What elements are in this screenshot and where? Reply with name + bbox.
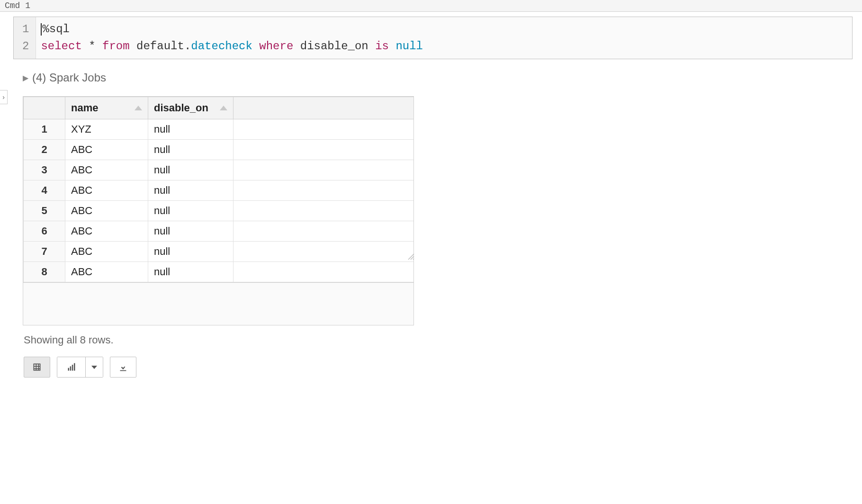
cell-label: Cmd 1 xyxy=(0,0,862,12)
sql-null: null xyxy=(395,40,423,53)
column-header-name[interactable]: name xyxy=(65,97,148,119)
cell-name: ABC xyxy=(65,160,148,180)
code-line-1: %sql xyxy=(41,21,847,38)
row-number-cell: 1 xyxy=(24,119,65,140)
sql-star: * xyxy=(82,40,102,53)
cell-output: ▶ (4) Spark Jobs name disable_on xyxy=(23,71,853,378)
resize-handle[interactable] xyxy=(407,253,415,263)
column-header-empty xyxy=(233,97,414,119)
chevron-right-icon: › xyxy=(2,93,5,101)
cell-disable-on: null xyxy=(148,119,233,140)
sql-table: datecheck xyxy=(191,40,252,53)
table-view-button[interactable] xyxy=(24,357,50,378)
table-icon xyxy=(32,362,42,372)
status-text: Showing all 8 rows. xyxy=(24,334,114,346)
magic-command: %sql xyxy=(42,23,70,36)
cell-name: ABC xyxy=(65,180,148,201)
sql-column: disable_on xyxy=(293,40,375,53)
svg-rect-1 xyxy=(70,366,71,370)
chart-view-button-group xyxy=(57,357,103,378)
table-row[interactable]: 1XYZnull xyxy=(24,119,414,140)
sql-keyword: from xyxy=(102,40,130,53)
sort-asc-icon xyxy=(135,106,142,110)
cell-disable-on: null xyxy=(148,140,233,160)
spark-jobs-toggle[interactable]: ▶ (4) Spark Jobs xyxy=(23,71,853,84)
column-header-disable-on[interactable]: disable_on xyxy=(148,97,233,119)
cell-name: ABC xyxy=(65,242,148,262)
cell-empty xyxy=(233,262,414,282)
cell-empty xyxy=(233,221,414,242)
svg-line-6 xyxy=(413,259,414,260)
row-number-cell: 3 xyxy=(24,160,65,180)
sql-dot: . xyxy=(184,40,191,53)
row-number-cell: 2 xyxy=(24,140,65,160)
notebook-cell: › 1 2 %sql select * from default.dateche… xyxy=(4,17,862,378)
row-number-cell: 5 xyxy=(24,201,65,221)
cell-empty xyxy=(233,140,414,160)
resize-grip-icon xyxy=(407,253,415,261)
code-text-area[interactable]: %sql select * from default.datecheck whe… xyxy=(36,17,852,59)
cell-empty xyxy=(233,180,414,201)
row-number-cell: 8 xyxy=(24,262,65,282)
sql-keyword: is xyxy=(375,40,389,53)
chevron-down-icon xyxy=(91,366,97,369)
table-row[interactable]: 3ABCnull xyxy=(24,160,414,180)
row-number-cell: 4 xyxy=(24,180,65,201)
svg-rect-3 xyxy=(74,363,75,371)
table-padding-area xyxy=(23,283,414,325)
line-number: 1 xyxy=(22,21,29,38)
cell-name: ABC xyxy=(65,201,148,221)
table-row[interactable]: 5ABCnull xyxy=(24,201,414,221)
cell-disable-on: null xyxy=(148,262,233,282)
code-editor[interactable]: 1 2 %sql select * from default.datecheck… xyxy=(13,17,853,59)
download-button[interactable] xyxy=(110,357,136,378)
row-count-status: Showing all 8 rows. xyxy=(24,334,853,346)
sql-keyword: where xyxy=(252,40,293,53)
line-number: 2 xyxy=(22,38,29,55)
output-toolbar xyxy=(24,357,853,378)
cell-name: ABC xyxy=(65,221,148,242)
row-number-cell: 7 xyxy=(24,242,65,262)
table-row[interactable]: 7ABCnull xyxy=(24,242,414,262)
svg-rect-0 xyxy=(68,368,69,371)
bar-chart-icon xyxy=(67,362,76,372)
chart-view-button[interactable] xyxy=(57,357,86,377)
line-number-gutter: 1 2 xyxy=(14,17,36,59)
code-line-2: select * from default.datecheck where di… xyxy=(41,38,847,55)
table-row[interactable]: 8ABCnull xyxy=(24,262,414,282)
caret-right-icon: ▶ xyxy=(23,73,28,82)
cell-disable-on: null xyxy=(148,160,233,180)
row-number-header[interactable] xyxy=(24,97,65,119)
cell-disable-on: null xyxy=(148,221,233,242)
table-row[interactable]: 2ABCnull xyxy=(24,140,414,160)
sql-schema: default xyxy=(130,40,184,53)
cell-empty xyxy=(233,201,414,221)
result-table-container: name disable_on 1XYZnull2ABCnull3ABCnull… xyxy=(23,96,414,325)
cell-name: XYZ xyxy=(65,119,148,140)
cell-disable-on: null xyxy=(148,242,233,262)
cell-label-text: Cmd 1 xyxy=(5,1,30,10)
cell-disable-on: null xyxy=(148,180,233,201)
cell-name: ABC xyxy=(65,262,148,282)
cell-empty xyxy=(233,119,414,140)
download-icon xyxy=(118,362,128,372)
table-row[interactable]: 6ABCnull xyxy=(24,221,414,242)
spark-jobs-label: (4) Spark Jobs xyxy=(32,71,106,84)
table-row[interactable]: 4ABCnull xyxy=(24,180,414,201)
chart-dropdown-button[interactable] xyxy=(86,357,103,377)
row-number-cell: 6 xyxy=(24,221,65,242)
cell-empty xyxy=(233,242,414,262)
cell-name: ABC xyxy=(65,140,148,160)
column-header-label: name xyxy=(71,102,98,114)
svg-rect-2 xyxy=(72,365,73,371)
sql-keyword: select xyxy=(41,40,81,53)
sort-asc-icon xyxy=(220,106,227,110)
column-header-label: disable_on xyxy=(154,102,208,114)
cell-disable-on: null xyxy=(148,201,233,221)
sidebar-expand-toggle[interactable]: › xyxy=(0,90,8,104)
cell-empty xyxy=(233,160,414,180)
result-table: name disable_on 1XYZnull2ABCnull3ABCnull… xyxy=(23,97,413,282)
